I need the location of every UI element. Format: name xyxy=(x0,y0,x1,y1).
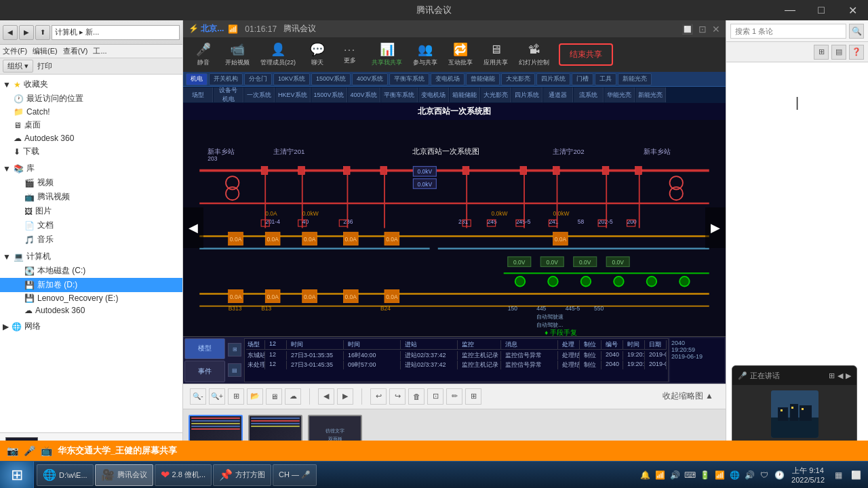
tray-wifi-icon[interactable]: 📶 xyxy=(653,468,667,482)
table-btn-event[interactable]: 事件 xyxy=(184,361,225,382)
close-btn[interactable]: ✕ xyxy=(837,0,868,20)
grid-btn[interactable]: ⊞ xyxy=(465,388,481,405)
video-btn[interactable]: 📹 开始视频 xyxy=(221,39,254,70)
diag-tab-door[interactable]: 分仓门 xyxy=(244,73,272,85)
sub-item-flow[interactable]: 流系统 xyxy=(574,87,604,102)
more-btn[interactable]: ··· 更多 xyxy=(335,41,365,68)
open-btn[interactable]: 📂 xyxy=(247,388,263,405)
speaking-prev-icon[interactable]: ◀ xyxy=(837,371,843,380)
menu-file[interactable]: 文件(F) xyxy=(3,46,27,56)
up-btn[interactable]: ⬆ xyxy=(35,25,50,40)
sub-item-balance2[interactable]: 平衡车系统 xyxy=(381,87,418,102)
sidebar-item-music[interactable]: 🎵 音乐 xyxy=(0,232,182,247)
chat-btn[interactable]: 💬 聊天 xyxy=(302,39,332,70)
prev-slide-btn[interactable]: ◀ xyxy=(318,388,334,405)
sub-item-1500[interactable]: 1500V系统 xyxy=(311,87,347,102)
share-btn[interactable]: 📊 共享我共享 xyxy=(368,39,406,70)
diag-tab-tools[interactable]: 工具 xyxy=(595,73,616,85)
menu-tools[interactable]: 工... xyxy=(93,46,106,56)
prev-arrow[interactable]: ◀ xyxy=(183,207,203,248)
diag-tab-switch[interactable]: 开关机构 xyxy=(209,73,243,85)
favorites-section[interactable]: ▼ ★ 收藏夹 xyxy=(0,77,182,92)
diag-tab-10kv[interactable]: 10KV系统 xyxy=(273,73,310,85)
sidebar-item-download[interactable]: ⬇ 下载 xyxy=(0,144,182,159)
fit-page-btn[interactable]: ⊞ xyxy=(228,388,244,405)
tray-shield-icon[interactable]: 🛡 xyxy=(757,468,771,482)
notification-center-btn[interactable]: ⬜ xyxy=(848,462,864,489)
sidebar-item-video[interactable]: 🎬 视频 xyxy=(0,176,182,190)
sidebar-item-tencent-video[interactable]: 📺 腾讯视频 xyxy=(0,190,182,204)
help-btn[interactable]: ❓ xyxy=(849,45,864,60)
diag-tab-new[interactable]: 新能光亮 xyxy=(618,73,652,85)
sidebar-item-desktop[interactable]: 🖥 桌面 xyxy=(0,118,182,132)
diag-tab-400v[interactable]: 400V系统 xyxy=(352,73,388,85)
cloud-btn[interactable]: ☁ xyxy=(285,388,301,405)
join-share-btn[interactable]: 👥 参与共享 xyxy=(409,39,441,70)
speaking-next-icon[interactable]: ▶ xyxy=(846,371,851,380)
sidebar-item-d-drive[interactable]: 💾 新加卷 (D:) xyxy=(0,278,182,292)
diag-tab-sector[interactable]: 四片系统 xyxy=(536,73,570,85)
diag-tab-balance[interactable]: 平衡车系统 xyxy=(389,73,429,85)
select-btn[interactable]: ⊡ xyxy=(427,388,443,405)
tray-vol-icon[interactable]: 🔊 xyxy=(743,468,756,482)
tray-network-icon[interactable]: 📶 xyxy=(713,468,726,482)
diag-tab-main[interactable]: 机电 xyxy=(186,73,208,85)
diag-tab-gate[interactable]: 门槽 xyxy=(572,73,593,85)
sub-item-newlight[interactable]: 新能光亮 xyxy=(635,87,666,102)
view-grid-btn[interactable]: ⊞ xyxy=(814,45,829,60)
zoom-out-btn[interactable]: 🔍- xyxy=(190,388,206,405)
edit-tool-btn[interactable]: ✏ xyxy=(446,388,462,405)
organize-btn[interactable]: 组织 ▾ xyxy=(3,60,33,73)
tray-clock-icon[interactable]: 🕐 xyxy=(772,468,786,482)
tray-globe-icon[interactable]: 🌐 xyxy=(728,468,741,482)
interact-btn[interactable]: 🔁 互动批享 xyxy=(444,39,477,70)
diag-tab-1500v[interactable]: 1500V系统 xyxy=(311,73,351,85)
slides-ctrl-btn[interactable]: 📽 幻灯片控制 xyxy=(515,40,553,70)
diag-tab-energy[interactable]: 曾能储能 xyxy=(466,73,500,85)
forward-btn[interactable]: ▶ xyxy=(19,25,34,40)
sub-item-type[interactable]: 场型 xyxy=(183,87,213,102)
search-input[interactable] xyxy=(730,24,846,39)
next-arrow[interactable]: ▶ xyxy=(705,207,726,248)
print-btn[interactable]: 打印 xyxy=(37,61,52,71)
address-bar[interactable]: 计算机 ▸ 新... xyxy=(52,25,180,40)
sub-item-400[interactable]: 400V系统 xyxy=(348,87,380,102)
show-desktop-btn[interactable]: ▦ xyxy=(830,462,846,489)
computer-section[interactable]: ▼ 💻 计算机 xyxy=(0,249,182,264)
zoom-in-btn[interactable]: 🔍+ xyxy=(209,388,225,405)
tray-battery-icon[interactable]: 🔋 xyxy=(698,468,711,482)
tray-sound-icon[interactable]: 🔊 xyxy=(668,468,682,482)
sidebar-item-docs[interactable]: 📄 文档 xyxy=(0,218,182,232)
sidebar-item-c-drive[interactable]: 💽 本地磁盘 (C:) xyxy=(0,264,182,278)
sub-item-1next[interactable]: 一次系统 xyxy=(244,87,275,102)
menu-view[interactable]: 查看(V) xyxy=(63,46,88,56)
sidebar-item-e-drive[interactable]: 💾 Lenovo_Recovery (E:) xyxy=(0,292,182,304)
fullscreen-btn[interactable]: 🖥 xyxy=(266,388,282,405)
sub-item-sector2[interactable]: 四片系统 xyxy=(512,87,542,102)
maximize-btn[interactable]: □ xyxy=(806,0,837,20)
search-btn[interactable]: 🔍 xyxy=(849,24,864,39)
speaking-expand-icon[interactable]: ⊞ xyxy=(829,371,835,380)
taskbar-app-3[interactable]: ❤ 2.8 僚机... xyxy=(155,464,212,486)
sidebar-item-catch[interactable]: 📁 Catch! xyxy=(0,106,182,118)
redo-btn[interactable]: ↪ xyxy=(389,388,406,405)
sub-item-trans2[interactable]: 变电机场 xyxy=(418,87,449,102)
minimize-btn[interactable]: — xyxy=(774,0,806,20)
library-section[interactable]: ▼ 📚 库 xyxy=(0,161,182,176)
system-clock[interactable]: 上午 9:14 2022/5/12 xyxy=(787,466,829,484)
delete-btn[interactable]: 🗑 xyxy=(408,388,425,405)
sub-item-channel[interactable]: 通道器 xyxy=(543,87,573,102)
sidebar-item-autodesk2[interactable]: ☁ Autodesk 360 xyxy=(0,304,182,317)
sub-item-energy2[interactable]: 箱能储能 xyxy=(450,87,480,102)
undo-btn[interactable]: ↩ xyxy=(370,388,387,405)
table-icon-1[interactable]: ⊞ xyxy=(228,343,241,357)
diag-tab-light[interactable]: 大光影亮 xyxy=(501,73,535,85)
taskbar-app-tencent[interactable]: 🎥 腾讯会议 xyxy=(95,464,153,486)
members-btn[interactable]: 👤 管理成员(22) xyxy=(256,39,300,70)
sidebar-item-recent[interactable]: 🕐 最近访问的位置 xyxy=(0,92,182,106)
table-icon-2[interactable]: ▤ xyxy=(228,363,241,377)
next-slide-btn[interactable]: ▶ xyxy=(337,388,353,405)
app-share-btn[interactable]: 🖥 应用共享 xyxy=(479,40,512,70)
mute-btn[interactable]: 🎤 静音 xyxy=(189,39,218,70)
end-share-btn[interactable]: 结束共享 xyxy=(559,43,613,66)
